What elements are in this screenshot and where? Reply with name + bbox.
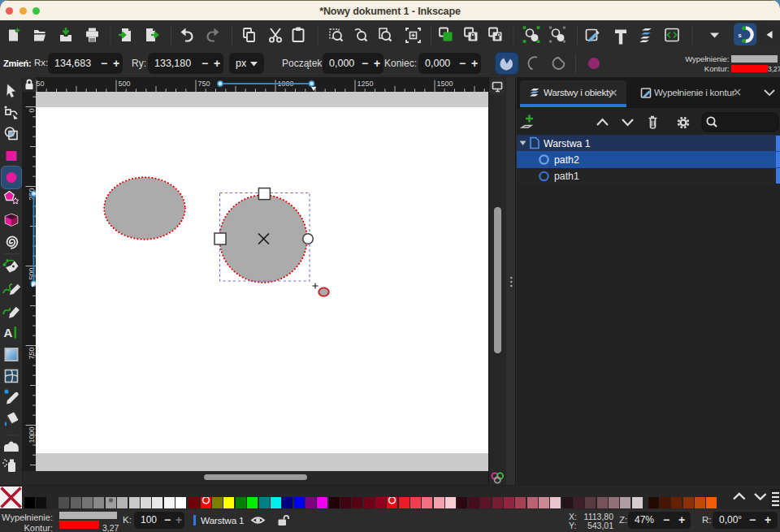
svg-text:1000: 1000 [28, 427, 36, 443]
svg-text:750: 750 [28, 348, 36, 360]
svg-text:s: s [738, 32, 741, 39]
svg-text:750: 750 [198, 80, 210, 88]
svg-text:A: A [4, 326, 13, 340]
svg-text:1500: 1500 [437, 80, 453, 88]
svg-text:0: 0 [28, 109, 36, 113]
svg-text:500: 500 [119, 80, 131, 88]
svg-text:1250: 1250 [358, 80, 374, 88]
